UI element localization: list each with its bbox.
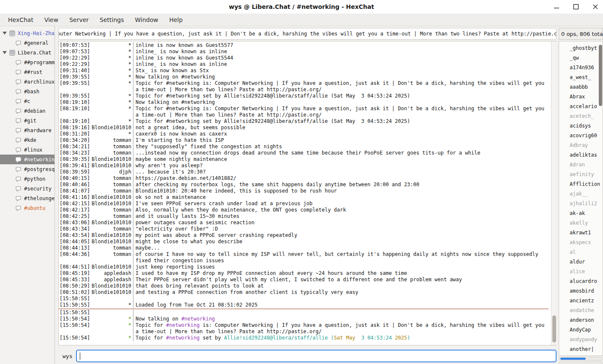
user-list-item[interactable]: AndyCap [559,325,603,334]
tree-row-channel-postgresql[interactable]: #postgresql [0,164,54,174]
user-list-item[interactable]: ak-ak [559,208,603,218]
channel-icon [15,69,22,76]
userlist-hscrollbar-thumb[interactable] [560,358,586,360]
user-list-item[interactable]: _ghostbyt [559,43,603,53]
menu-item-view[interactable]: View [41,15,62,25]
timestamp: [08:42:17] [60,207,90,213]
tree-row-channel-general[interactable]: #general [0,38,54,48]
close-button[interactable] [592,3,599,11]
user-list-item[interactable]: Abrax [559,92,603,101]
message-text: caxerx0 is now known as caxerx [133,131,549,137]
chat-line: [08:39:41]Blondie101010why aren't you as… [59,163,549,169]
message-text: Now talking on #networking [133,74,549,80]
tree-row-channel-programming[interactable]: ##programming [0,57,54,67]
maximize-button[interactable] [572,3,579,11]
user-list-item[interactable]: andypandy [559,334,603,344]
message-text: of course I have no way to tell since my… [133,251,549,264]
tree-row-channel-thelounge[interactable]: #thelounge [0,193,54,203]
expander-icon[interactable] [3,51,7,54]
message-text: not a great idea, but seems possible [133,125,549,131]
userlist-hscrollbar[interactable] [559,357,603,361]
tree-row-channel-c[interactable]: #c [0,96,54,106]
nick: tomman [113,245,133,251]
menu-item-window[interactable]: Window [131,15,162,25]
expander-icon[interactable] [3,32,7,35]
user-list-item[interactable]: acidsys [559,121,603,130]
tree-row-channel-bash[interactable]: #bash [0,87,54,96]
user-list-item[interactable]: accelario [559,101,603,111]
timestamp: [08:44:36] [60,251,90,264]
chat-scrollbar[interactable] [551,41,557,345]
nick: tomman [113,251,133,264]
user-list-item[interactable]: acovrig60 [559,130,603,140]
channel-icon [15,205,22,212]
user-list-item[interactable]: akrawt1 [559,228,603,237]
user-list-item[interactable]: aefinity [559,169,603,179]
tree-row-channel-debian[interactable]: #debian [0,106,54,116]
user-list-item[interactable]: anderson [559,315,603,325]
user-list-item[interactable]: akelly [559,218,603,228]
userlist-hscrollbar-secondary[interactable] [559,361,603,364]
user-list-item[interactable]: aldur [559,257,603,266]
menu-item-server[interactable]: Server [65,15,92,25]
user-list-item[interactable]: Affliction [559,179,603,189]
message-text: Stx_ is now known as Stx [133,68,549,74]
nick: * [128,335,133,341]
tree-row-channel-rust[interactable]: ##rust [0,67,54,77]
nick: appledash [104,270,133,277]
user-list-item[interactable]: Adran [559,160,603,169]
channel-label: ##rust [24,69,42,75]
chat-line: [08:42:17]tommanAlso, normally when they… [59,207,549,213]
tree-row-channel-linux[interactable]: #linux [0,145,54,155]
topic-input[interactable]: Computer Networking | If you have a ques… [58,28,557,40]
user-list-item[interactable]: ajhalili2 [559,198,603,208]
channel-label: #general [24,40,49,46]
user-list-item[interactable]: al [559,247,603,257]
tree-row-channel-kde[interactable]: #kde [0,135,54,145]
channel-label: #thelounge [24,196,54,201]
userlist-scrollbar-thumb[interactable] [599,45,602,106]
menu-item-settings[interactable]: Settings [96,15,128,25]
tree-row-network-xing-hai-zhan[interactable]: Xing-Hai-Zhan [0,28,54,38]
tree-row-channel-hardware[interactable]: #hardware [0,125,54,135]
menu-item-hexchat[interactable]: HexChat [4,15,37,25]
tree-row-network-libera.chat[interactable]: Libera.Chat [0,48,54,57]
user-list-item[interactable]: Adbray [559,140,603,150]
tree-row-channel-ubuntu[interactable]: #ubuntu [0,203,54,213]
timestamp: [08:50:29] [60,283,90,289]
menu-item-help[interactable]: Help [166,15,187,25]
user-list-item[interactable]: andatche [559,305,603,315]
chat-scrollbar-thumb[interactable] [552,315,556,342]
user-list-item[interactable]: alucardro [559,276,603,286]
user-list-item[interactable]: aaabbb [559,82,603,92]
timestamp: [08:42:15] [60,201,90,207]
user-list-item[interactable]: another| [559,344,603,354]
timestamp: [09:07:53] [60,49,90,55]
message-text: "electricity over fiber" :D [133,226,549,232]
nick: * [128,131,133,137]
tree-row-channel-git[interactable]: #git [0,116,54,125]
user-list-item[interactable]: _qw [559,53,603,62]
minimize-button[interactable] [553,3,560,11]
user-list-item[interactable]: akspecs [559,237,603,247]
message-input[interactable] [76,350,557,362]
user-list-item[interactable]: amosbird [559,286,603,296]
user-list-item[interactable]: adeliktas [559,150,603,160]
user-list-item[interactable]: ancientz [559,296,603,305]
tree-row-channel-python[interactable]: #python [0,174,54,184]
tree-row-channel-archlinux[interactable]: #archlinux [0,77,54,87]
message-text: they "supposedly" fixed the congestion a… [133,144,549,150]
tree-row-channel-networking[interactable]: #networking [0,155,54,164]
window-controls [553,0,599,14]
user-list-item[interactable]: acetech_ [559,111,603,121]
timestamp: [09:39:55] [60,93,90,99]
chat-line: [08:43:54]Blondie101010my point was abou… [59,232,549,239]
tree-row-channel-security[interactable]: #security [0,184,54,193]
user-list-item[interactable]: a_west_ [559,72,603,82]
userlist-scrollbar[interactable] [598,41,603,356]
user-list-item[interactable]: a174n936 [559,62,603,72]
user-list-item[interactable]: ajak__ [559,189,603,198]
user-list-item[interactable]: alice [559,266,603,276]
channel-label: #python [24,176,46,182]
message-text: Blondie101010: 20:40 here indeed, this i… [133,188,549,194]
